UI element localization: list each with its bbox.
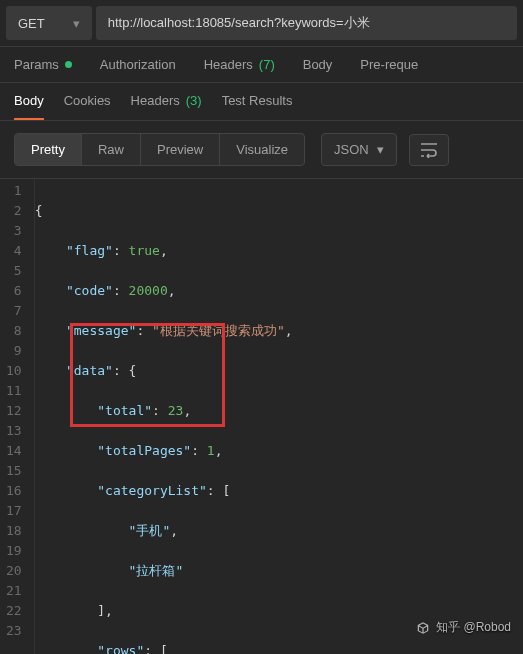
status-dot-icon xyxy=(65,61,72,68)
tab-prerequest[interactable]: Pre-reque xyxy=(360,57,418,72)
tab-cookies[interactable]: Cookies xyxy=(64,83,111,120)
tab-authorization[interactable]: Authorization xyxy=(100,57,176,72)
tab-headers-req[interactable]: Headers (7) xyxy=(204,57,275,72)
view-visualize[interactable]: Visualize xyxy=(220,134,304,165)
wrap-icon xyxy=(420,142,438,158)
view-options: Pretty Raw Preview Visualize JSON ▾ xyxy=(0,121,523,179)
method-dropdown[interactable]: GET ▾ xyxy=(6,6,92,40)
response-body-viewer: 1 2 3 4 5 6 7 8 9 10 11 12 13 14 15 16 1… xyxy=(0,179,523,654)
code-content[interactable]: { "flag": true, "code": 20000, "message"… xyxy=(35,179,458,654)
view-pretty[interactable]: Pretty xyxy=(15,134,82,165)
chevron-down-icon: ▾ xyxy=(377,142,384,157)
chevron-down-icon: ▾ xyxy=(73,16,80,31)
request-bar: GET ▾ http://localhost:18085/search?keyw… xyxy=(0,0,523,47)
tab-headers-resp[interactable]: Headers (3) xyxy=(131,83,202,120)
view-raw[interactable]: Raw xyxy=(82,134,141,165)
tab-testresults[interactable]: Test Results xyxy=(222,83,293,120)
view-mode-tabs: Pretty Raw Preview Visualize xyxy=(14,133,305,166)
tab-params[interactable]: Params xyxy=(14,57,72,72)
watermark: 知乎 @Robod xyxy=(416,619,511,636)
language-dropdown[interactable]: JSON ▾ xyxy=(321,133,397,166)
url-text: http://localhost:18085/search?keywords=小… xyxy=(108,15,370,30)
url-input[interactable]: http://localhost:18085/search?keywords=小… xyxy=(96,6,517,40)
tab-body-req[interactable]: Body xyxy=(303,57,333,72)
method-label: GET xyxy=(18,16,45,31)
line-gutter: 1 2 3 4 5 6 7 8 9 10 11 12 13 14 15 16 1… xyxy=(0,179,35,654)
zhihu-icon xyxy=(416,621,430,635)
tab-body-resp[interactable]: Body xyxy=(14,83,44,120)
wrap-lines-button[interactable] xyxy=(409,134,449,166)
request-tabs: Params Authorization Headers (7) Body Pr… xyxy=(0,47,523,83)
response-tabs: Body Cookies Headers (3) Test Results xyxy=(0,83,523,121)
view-preview[interactable]: Preview xyxy=(141,134,220,165)
